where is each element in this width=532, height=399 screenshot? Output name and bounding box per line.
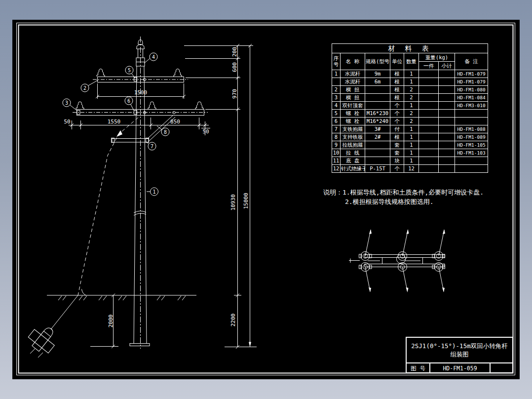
col-header-weight: 重量(kg) (419, 53, 455, 62)
callout-6: 6 (127, 98, 130, 104)
col-header-name: 名 称 (341, 53, 365, 70)
dim-row-horizontal (69, 118, 210, 135)
col-header-no: 序号 (332, 53, 341, 70)
material-table: 材 料 表 序号 名 称 规格(型号) 单位 数量 重量(kg) 备 注 一件 … (332, 43, 488, 173)
dim-label-600: 600 (231, 62, 238, 72)
callout-7: 7 (151, 144, 153, 149)
note-line-1: 说明：1.根据导线,档距和土质条件,必要时可增设卡盘. (323, 188, 526, 197)
drawing-number-value: HD-FM1-059 (430, 363, 491, 373)
dim-label-2000: 2000 (108, 315, 114, 328)
callout-1: 1 (152, 189, 155, 195)
dim-label-50-left: 50 (64, 119, 70, 125)
dim-label-1550: 1550 (108, 119, 121, 125)
dim-label-2200: 2200 (230, 314, 236, 327)
callout-5: 5 (128, 68, 131, 73)
dim-label-10930: 10930 (230, 194, 236, 210)
dim-label-15000: 15000 (243, 193, 249, 209)
table-row: 1水泥杆9m根1HD-FM1-079 (332, 70, 488, 78)
guy-clamp (112, 138, 149, 143)
cad-viewer: { "colors":{"background":"#000000","line… (0, 0, 532, 399)
drawing-title-line2: 组装图 (450, 350, 469, 359)
guy-wire (26, 118, 138, 358)
col-header-note: 备 注 (455, 53, 488, 70)
dim-label-200: 200 (231, 47, 238, 57)
notes: 说明：1.根据导线,档距和土质条件,必要时可增设卡盘. 2.横担根据导线规格按图… (323, 188, 526, 206)
table-row: 8支持铁板2#根1HD-FM1-089 (332, 133, 488, 141)
ground-line (47, 295, 196, 300)
drawing-number-label: 图 号 (407, 363, 430, 373)
table-row: 9拉线抱箍套1HD-FM1-105 (332, 141, 488, 149)
dim-label-970: 970 (231, 89, 238, 99)
callout-8: 8 (164, 129, 167, 135)
col-header-qty: 数量 (404, 53, 419, 70)
dim-label-1500: 1500 (134, 89, 148, 96)
dim-2000 (90, 294, 118, 349)
table-row: 12针式绝缘子P-15T个12 (332, 165, 488, 173)
table-row: 2横 担根2HD-FM1-080 (332, 86, 488, 94)
title-block-empty-cell (491, 363, 512, 373)
material-table-body: 1水泥杆9m根1HD-FM1-079水泥杆6m根1HD-FM1-0792横 担根… (332, 70, 488, 173)
dim-label-50-right: 50 (202, 128, 209, 135)
note-line-2: 2.横担根据导线规格按图选用. (323, 197, 526, 206)
table-row: 5螺 栓M16*230个2 (332, 110, 488, 118)
drawing-title-line1: 2SJ1(0°-15°)-15m双回小转角杆 (411, 342, 507, 350)
table-row: 水泥杆6m根1HD-FM1-079 (332, 78, 488, 86)
callout-3: 3 (65, 100, 68, 106)
pole-top (136, 40, 145, 67)
table-row: 6螺 栓M16*240个2 (332, 118, 488, 125)
base-plate (130, 344, 150, 346)
col-header-spec: 规格(型号) (365, 53, 390, 70)
callout-4: 4 (152, 54, 155, 60)
table-row: 11底 盘块1 (332, 157, 488, 165)
drawing-title: 2SJ1(0°-15°)-15m双回小转角杆 组装图 (407, 338, 512, 363)
material-table-title: 材 料 表 (332, 44, 488, 53)
table-row: 4双针顶套个1HD-FM3-010 (332, 102, 488, 110)
table-row: 10拉 线套1HD-FM1-103 (332, 149, 488, 157)
col-header-per: 一件 (419, 62, 439, 70)
table-row: 7支铁抱箍3#付1HD-FM1-088 (332, 125, 488, 133)
title-block: 2SJ1(0°-15°)-15m双回小转角杆 组装图 图 号 HD-FM1-05… (406, 337, 513, 373)
anchor-block (26, 321, 61, 357)
col-header-subtotal: 小计 (439, 62, 455, 70)
table-row: 3横 担根2HD-FM1-084 (332, 94, 488, 102)
dim-label-850: 850 (170, 119, 180, 125)
callout-2: 2 (83, 85, 86, 91)
col-header-unit: 单位 (390, 53, 404, 70)
crossarm-plan-detail (349, 229, 445, 292)
